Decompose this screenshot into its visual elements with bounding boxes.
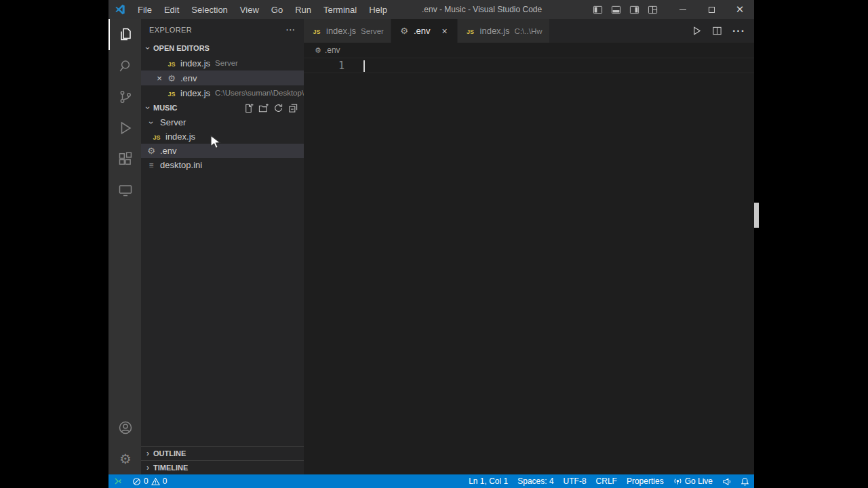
timeline-label: TIMELINE	[153, 464, 188, 472]
breadcrumb-item: .env	[325, 45, 340, 55]
source-control-icon[interactable]	[108, 81, 141, 113]
file-name: .env	[180, 73, 197, 83]
refresh-icon[interactable]	[273, 103, 283, 113]
error-count: 0	[144, 476, 149, 486]
file-detail: Server	[215, 59, 238, 67]
tree-item-indexjs[interactable]: index.js	[141, 129, 304, 144]
breadcrumb[interactable]: .env	[304, 43, 754, 58]
env-file-icon	[145, 146, 157, 155]
tab-label: .env	[414, 26, 431, 36]
close-editor-icon[interactable]: ×	[153, 73, 165, 83]
close-tab-icon[interactable]: ×	[439, 26, 450, 37]
run-debug-icon[interactable]	[108, 113, 141, 144]
remote-explorer-icon[interactable]	[108, 175, 141, 206]
explorer-more-actions-icon[interactable]: ···	[286, 26, 296, 34]
split-editor-icon[interactable]	[712, 26, 722, 36]
menu-file[interactable]: File	[132, 0, 158, 19]
tab-bar: index.js Server .env × index.js C:\..\Hw…	[304, 19, 754, 43]
layout-controls	[593, 5, 658, 15]
chevron-right-icon: ›	[142, 449, 153, 458]
toggle-secondary-sidebar-icon[interactable]	[629, 5, 639, 15]
feedback-icon	[722, 477, 731, 486]
outline-section[interactable]: › OUTLINE	[141, 446, 304, 460]
tree-item-env[interactable]: .env	[141, 144, 304, 158]
cursor-position[interactable]: Ln 1, Col 1	[464, 474, 513, 488]
warning-count: 0	[163, 476, 167, 486]
new-folder-icon[interactable]	[258, 103, 269, 113]
remote-indicator[interactable]	[108, 474, 127, 488]
js-file-icon	[151, 132, 163, 141]
chevron-down-icon: ›	[147, 117, 155, 129]
project-label: MUSIC	[153, 104, 177, 112]
broadcast-icon	[673, 477, 682, 486]
tab-label: index.js	[480, 26, 510, 36]
language-mode[interactable]: Properties	[622, 474, 669, 488]
feedback-button[interactable]	[717, 474, 736, 488]
open-editor-item-active[interactable]: × .env	[141, 70, 304, 85]
tree-item-desktopini[interactable]: desktop.ini	[141, 158, 304, 172]
explorer-sidebar: EXPLORER ··· › OPEN EDITORS index.js Ser…	[141, 19, 304, 474]
menu-terminal[interactable]: Terminal	[317, 0, 363, 19]
menu-go[interactable]: Go	[265, 0, 289, 19]
toggle-sidebar-icon[interactable]	[593, 5, 603, 15]
text-cursor	[363, 60, 365, 72]
vscode-logo-icon	[108, 4, 132, 15]
chevron-down-icon: ›	[143, 43, 153, 54]
timeline-section[interactable]: › TIMELINE	[141, 460, 304, 474]
js-file-icon	[311, 26, 323, 35]
close-window-button[interactable]: ✕	[726, 0, 754, 19]
code-editor[interactable]: 1	[304, 58, 754, 474]
eol-setting[interactable]: CRLF	[591, 474, 622, 488]
maximize-button[interactable]	[697, 0, 726, 19]
menu-help[interactable]: Help	[363, 0, 393, 19]
title-bar: File Edit Selection View Go Run Terminal…	[108, 0, 754, 19]
indentation-setting[interactable]: Spaces: 4	[513, 474, 558, 488]
new-file-icon[interactable]	[243, 103, 254, 113]
menu-view[interactable]: View	[234, 0, 265, 19]
editor-actions: ···	[692, 19, 754, 43]
env-file-icon	[398, 26, 410, 35]
explorer-icon[interactable]	[108, 19, 141, 50]
file-path-detail: C:\Users\suman\Desktop\Hw	[215, 89, 304, 97]
toggle-panel-icon[interactable]	[611, 5, 621, 15]
tab-label: index.js	[326, 26, 356, 36]
search-icon[interactable]	[108, 50, 141, 81]
menu-selection[interactable]: Selection	[185, 0, 233, 19]
notifications-button[interactable]	[736, 474, 754, 488]
ini-file-icon	[145, 161, 157, 169]
explorer-header: EXPLORER	[149, 26, 192, 34]
file-name: index.js	[180, 88, 210, 98]
line-number: 1	[304, 60, 344, 72]
accounts-icon[interactable]	[108, 412, 141, 443]
problems-indicator[interactable]: 0 0	[127, 474, 172, 488]
activity-bar: ⚙	[108, 19, 141, 474]
collapse-all-icon[interactable]	[288, 103, 298, 113]
run-file-icon[interactable]	[692, 26, 702, 36]
tree-item-folder-server[interactable]: › Server	[141, 115, 304, 129]
env-file-icon	[165, 74, 178, 83]
js-file-icon	[165, 89, 178, 98]
open-editor-item[interactable]: index.js Server	[141, 56, 304, 70]
encoding-setting[interactable]: UTF-8	[559, 474, 591, 488]
page-scrollbar-thumb[interactable]	[754, 203, 759, 228]
open-editors-section[interactable]: › OPEN EDITORS	[141, 41, 304, 56]
customize-layout-icon[interactable]	[648, 5, 658, 15]
open-editor-item[interactable]: index.js C:\Users\suman\Desktop\Hw	[141, 85, 304, 100]
go-live-button[interactable]: Go Live	[669, 474, 717, 488]
tab-env-active[interactable]: .env ×	[391, 19, 457, 43]
more-actions-icon[interactable]: ···	[732, 25, 745, 37]
file-name: index.js	[180, 58, 210, 68]
extensions-icon[interactable]	[108, 144, 141, 175]
current-line: 1	[304, 58, 754, 73]
settings-gear-icon[interactable]: ⚙	[108, 443, 141, 474]
menu-edit[interactable]: Edit	[158, 0, 185, 19]
minimize-button[interactable]	[669, 0, 697, 19]
js-file-icon	[465, 26, 477, 35]
menu-run[interactable]: Run	[289, 0, 317, 19]
tab-indexjs-hw[interactable]: index.js C:\..\Hw	[458, 19, 549, 43]
tab-detail: Server	[361, 27, 384, 35]
tab-indexjs-server[interactable]: index.js Server	[304, 19, 391, 43]
sidebar-bottom-panels: › OUTLINE › TIMELINE	[141, 446, 304, 474]
project-section[interactable]: › MUSIC	[141, 100, 304, 115]
env-file-icon	[315, 45, 321, 55]
